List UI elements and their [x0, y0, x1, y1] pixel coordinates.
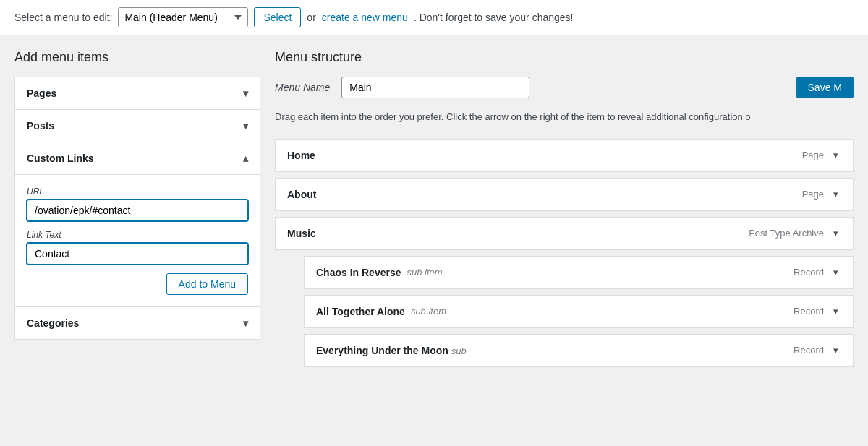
pages-chevron-icon — [243, 87, 248, 99]
add-to-menu-button[interactable]: Add to Menu — [166, 273, 248, 295]
music-expand-icon[interactable]: ▾ — [830, 228, 841, 239]
posts-label: Posts — [27, 120, 54, 132]
home-expand-icon[interactable]: ▾ — [830, 150, 841, 161]
custom-links-chevron-icon — [243, 153, 248, 164]
link-text-input[interactable] — [27, 243, 248, 265]
pages-accordion: Pages Posts Custom Links URL Link Text — [14, 77, 260, 340]
chaos-expand-icon[interactable]: ▾ — [830, 267, 841, 278]
menu-item-everything-under-moon[interactable]: Everything Under the Moon sub Record ▾ — [304, 334, 854, 367]
top-bar: Select a menu to edit: Main (Header Menu… — [0, 0, 868, 35]
left-panel: Add menu items Pages Posts Custom Links … — [14, 50, 260, 431]
about-expand-icon[interactable]: ▾ — [830, 189, 841, 200]
categories-chevron-icon — [243, 317, 248, 329]
home-label: Home — [287, 150, 315, 161]
pages-accordion-header[interactable]: Pages — [15, 77, 260, 110]
all-together-type: Record — [793, 306, 824, 317]
menu-item-all-together-alone[interactable]: All Together Alone sub item Record ▾ — [304, 295, 854, 328]
url-label: URL — [27, 186, 248, 197]
instruction-text: Drag each item into the order you prefer… — [275, 110, 854, 124]
all-together-expand-icon[interactable]: ▾ — [830, 306, 841, 317]
url-row: URL — [27, 186, 248, 221]
create-new-menu-link[interactable]: create a new menu — [322, 12, 408, 23]
custom-links-label: Custom Links — [27, 153, 94, 164]
everything-label: Everything Under the Moon sub — [316, 345, 467, 356]
add-menu-items-title: Add menu items — [14, 50, 260, 65]
custom-links-content: URL Link Text Add to Menu — [15, 175, 260, 307]
music-label: Music — [287, 228, 316, 239]
link-text-label: Link Text — [27, 230, 248, 240]
music-sub-items: Chaos In Reverse sub item Record ▾ All T… — [304, 256, 854, 367]
menu-name-input[interactable] — [341, 77, 529, 98]
all-together-sub-label: sub item — [411, 306, 446, 317]
about-type: Page — [802, 189, 824, 200]
menu-item-music[interactable]: Music Post Type Archive ▾ — [275, 217, 854, 250]
reminder-text: . Don't forget to save your changes! — [414, 12, 574, 23]
select-menu-label: Select a menu to edit: — [14, 12, 112, 23]
everything-sub-label: sub — [451, 346, 467, 356]
categories-accordion-header[interactable]: Categories — [15, 307, 260, 339]
posts-chevron-icon — [243, 120, 248, 132]
save-menu-button[interactable]: Save M — [796, 77, 854, 98]
everything-type: Record — [793, 345, 824, 356]
or-text: or — [307, 12, 315, 23]
menu-select[interactable]: Main (Header Menu)Footer Menu — [118, 7, 248, 27]
everything-expand-icon[interactable]: ▾ — [830, 345, 841, 356]
chaos-sub-label: sub item — [407, 267, 443, 278]
select-button[interactable]: Select — [254, 7, 301, 27]
url-input[interactable] — [27, 200, 248, 221]
about-label: About — [287, 189, 316, 200]
menu-name-label: Menu Name — [275, 82, 330, 93]
menu-item-chaos-in-reverse[interactable]: Chaos In Reverse sub item Record ▾ — [304, 256, 854, 289]
categories-label: Categories — [27, 317, 79, 329]
right-panel: Menu structure Menu Name Save M Drag eac… — [275, 50, 854, 431]
pages-label: Pages — [27, 87, 56, 99]
home-type: Page — [802, 150, 824, 160]
link-text-row: Link Text — [27, 230, 248, 265]
menu-structure-title: Menu structure — [275, 50, 854, 65]
posts-accordion-header[interactable]: Posts — [15, 110, 260, 142]
menu-name-row: Menu Name Save M — [275, 77, 854, 98]
chaos-label: Chaos In Reverse — [316, 267, 401, 278]
menu-item-home[interactable]: Home Page ▾ — [275, 139, 854, 172]
all-together-label: All Together Alone — [316, 306, 405, 317]
main-content: Add menu items Pages Posts Custom Links … — [0, 35, 868, 445]
custom-links-accordion-header[interactable]: Custom Links — [15, 142, 260, 175]
chaos-type: Record — [793, 267, 824, 278]
music-type: Post Type Archive — [749, 228, 824, 239]
menu-item-about[interactable]: About Page ▾ — [275, 178, 854, 211]
menu-items-list: Home Page ▾ About Page ▾ — [275, 139, 854, 367]
